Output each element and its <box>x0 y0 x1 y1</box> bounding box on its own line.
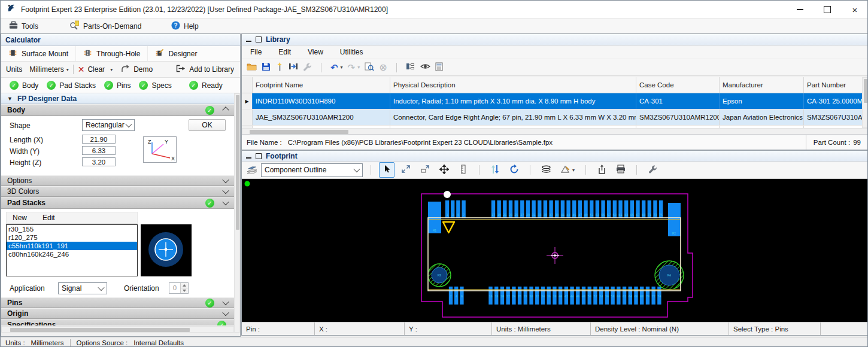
options-expand-icon[interactable] <box>222 176 229 183</box>
library-hscrollbar[interactable] <box>242 128 868 135</box>
minimize-button[interactable] <box>786 1 814 19</box>
svg-text:7: 7 <box>463 213 465 217</box>
demo-button[interactable]: Demo <box>121 65 153 74</box>
find-part-button[interactable] <box>365 62 374 73</box>
import-part-button[interactable] <box>289 62 298 72</box>
panel-view-button[interactable] <box>406 62 415 72</box>
dimension-angle-icon <box>560 165 570 175</box>
table-row[interactable]: ▶INDRD110W30D310H890Inductor, Radial; 1.… <box>242 93 868 109</box>
application-dropdown[interactable]: Signal <box>58 282 107 294</box>
body-collapse-icon[interactable] <box>222 106 229 113</box>
floppy-disk-icon <box>262 62 271 73</box>
pins-check-icon: ✓ <box>205 299 214 308</box>
library-menu-view[interactable]: View <box>308 48 323 56</box>
fp-designer-data-bar[interactable]: ▼ FP Designer Data <box>1 93 240 104</box>
layer-settings-button[interactable] <box>247 165 257 176</box>
pad-stacks-section-bar[interactable]: Pad Stacks ✓ <box>1 197 234 209</box>
shape-dropdown[interactable]: Rectangular <box>82 119 135 131</box>
column-part-number[interactable]: Part Number <box>804 77 868 93</box>
orientation-spinner[interactable]: 0 <box>169 282 189 294</box>
library-menu-file[interactable]: File <box>250 48 262 56</box>
select-cursor-button[interactable] <box>379 162 394 178</box>
title-bar: Footprint Expert 23 Enterprise Edition (… <box>1 1 868 19</box>
rotate-button[interactable] <box>506 162 522 178</box>
length-x-label: Length (X) <box>10 136 43 144</box>
padstack-layers-button[interactable] <box>538 162 554 178</box>
spinner-up-icon[interactable] <box>181 283 188 288</box>
dimension-button[interactable]: ▾ <box>557 162 578 178</box>
units-dropdown[interactable]: Millimeters▾ <box>29 65 68 74</box>
3d-colors-section-bar[interactable]: 3D Colors <box>1 186 234 197</box>
height-z-input[interactable] <box>82 157 116 166</box>
tab-designer[interactable]: Designer <box>148 46 204 61</box>
width-y-input[interactable] <box>82 146 116 155</box>
report-button[interactable] <box>435 62 443 73</box>
export-button[interactable] <box>594 162 609 178</box>
column-case-code[interactable]: Case Code <box>636 77 720 93</box>
column-physical-description[interactable]: Physical Description <box>390 77 636 93</box>
padstack-item[interactable]: c55hn110k191_191 <box>7 242 137 250</box>
menu-help[interactable]: ? Help <box>171 19 199 34</box>
menu-tools[interactable]: Tools <box>9 19 38 34</box>
3d-colors-expand-icon[interactable] <box>222 187 229 194</box>
calculator-hscrollbar[interactable] <box>1 326 234 333</box>
new-part-button[interactable] <box>275 62 284 73</box>
padstack-item[interactable]: r120_275 <box>7 233 137 242</box>
settings-wrench-button[interactable] <box>645 162 660 178</box>
svg-text:M3: M3 <box>438 273 441 277</box>
cancel-button[interactable]: ⊗ <box>379 63 387 72</box>
padstack-new-button[interactable]: New <box>13 214 27 222</box>
open-library-button[interactable] <box>247 62 257 72</box>
redo-button[interactable]: ↷▾ <box>348 63 360 72</box>
menu-parts-on-demand[interactable]: ! Parts-On-Demand <box>69 19 141 34</box>
library-minimize-icon[interactable] <box>246 41 251 42</box>
pins-section-bar[interactable]: Pins ✓ <box>1 297 234 308</box>
footprint-minimize-icon[interactable] <box>246 157 251 159</box>
measure-button[interactable] <box>456 162 471 178</box>
save-library-button[interactable] <box>262 62 271 73</box>
library-tools-button[interactable] <box>303 62 312 73</box>
table-row[interactable]: JAE_SM3ZS067U310AMR1200Connector, Card E… <box>242 109 868 126</box>
library-menu-edit[interactable]: Edit <box>278 48 291 56</box>
zoom-window-button[interactable] <box>417 162 433 178</box>
undo-button[interactable]: ↶▾ <box>330 63 343 72</box>
library-maximize-icon[interactable] <box>256 36 262 42</box>
svg-text:60: 60 <box>617 294 620 298</box>
ok-button[interactable]: OK <box>189 119 226 131</box>
tab-through-hole[interactable]: Through-Hole <box>76 46 148 61</box>
pins-expand-icon[interactable] <box>222 299 229 305</box>
tab-surface-mount[interactable]: Surface Mount <box>1 46 76 61</box>
pan-button[interactable] <box>436 162 452 178</box>
origin-expand-icon[interactable] <box>222 309 229 316</box>
close-button[interactable]: × <box>841 1 868 19</box>
footprint-maximize-icon[interactable] <box>256 153 262 159</box>
padstack-edit-button[interactable]: Edit <box>43 214 55 222</box>
add-to-library-button[interactable]: Add to Library <box>176 65 234 74</box>
flip-vertical-button[interactable] <box>487 162 503 178</box>
column-manufacturer[interactable]: Manufacturer <box>720 77 804 93</box>
padstack-item[interactable]: c80hn160k246_246 <box>7 250 137 258</box>
column-footprint-name[interactable]: Footprint Name <box>253 77 390 93</box>
svg-text:18: 18 <box>494 294 498 298</box>
clear-button[interactable]: ✕ Clear▾ <box>78 65 113 74</box>
zoom-extents-button[interactable] <box>398 162 414 178</box>
length-x-input[interactable] <box>82 135 116 144</box>
body-section-bar[interactable]: Body ✓ <box>1 104 234 116</box>
preview-button[interactable] <box>420 63 430 72</box>
svg-text:72: 72 <box>652 294 655 298</box>
maximize-button[interactable] <box>814 1 841 19</box>
layer-select-dropdown[interactable]: Component Outline <box>261 163 363 177</box>
print-button[interactable] <box>613 162 629 178</box>
pad-stacks-expand-icon[interactable] <box>222 199 229 205</box>
calculator-vscrollbar[interactable] <box>234 93 240 333</box>
options-section-bar[interactable]: Options <box>1 175 234 186</box>
svg-text:56: 56 <box>605 294 609 298</box>
library-menu-utilities[interactable]: Utilities <box>340 48 363 56</box>
spinner-down-icon[interactable] <box>181 288 188 293</box>
footprint-canvas[interactable]: 1357171921232527293133353739414345474951… <box>242 179 868 322</box>
origin-section-bar[interactable]: Origin <box>1 308 234 319</box>
specifications-section-bar[interactable]: Specifications ✓ <box>1 319 234 325</box>
padstack-item[interactable]: r30_155 <box>7 225 137 233</box>
library-vscrollbar[interactable] <box>862 77 868 128</box>
padstack-list[interactable]: r30_155r120_275c55hn110k191_191c80hn160k… <box>6 224 138 276</box>
